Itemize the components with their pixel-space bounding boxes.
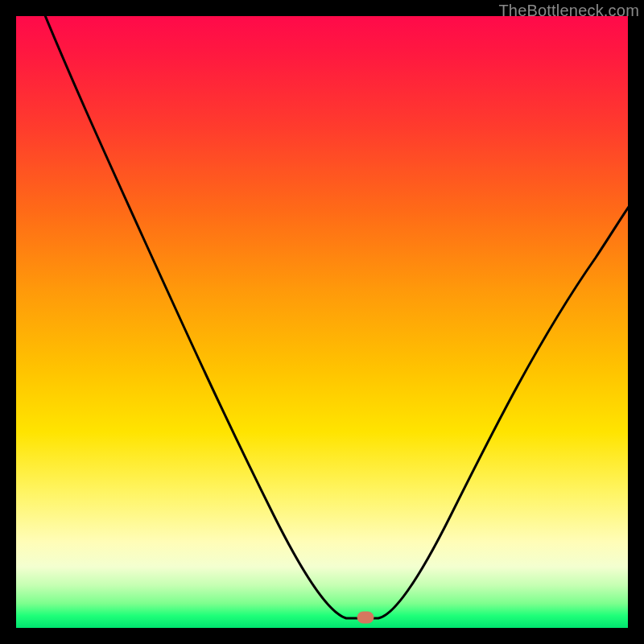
chart-frame	[16, 16, 628, 628]
chart-svg	[16, 16, 628, 628]
watermark-text: TheBottleneck.com	[498, 2, 639, 20]
bottleneck-curve	[32, 0, 636, 618]
optimal-marker	[357, 612, 374, 623]
